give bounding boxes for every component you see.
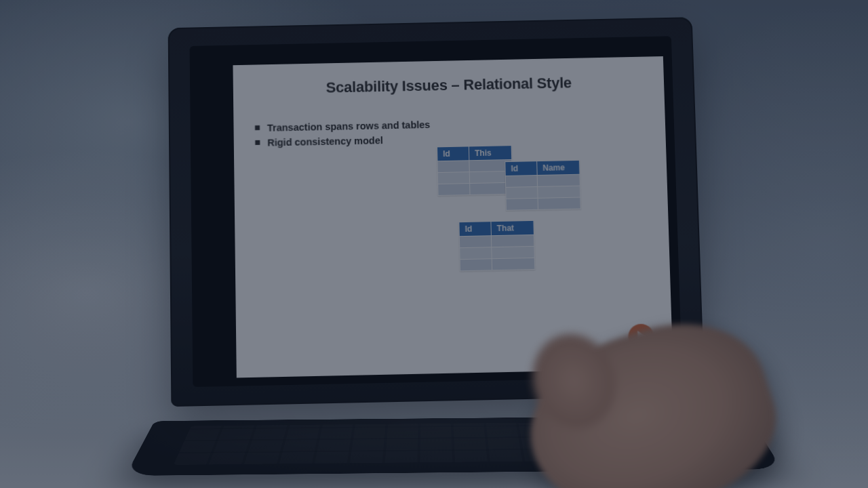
col-header: Id bbox=[505, 161, 537, 176]
table-row bbox=[438, 182, 513, 195]
db-table-name: Id Name bbox=[505, 160, 581, 211]
col-header: Id bbox=[437, 146, 469, 161]
laptop-screen: Scalability Issues – Relational Style Tr… bbox=[190, 36, 682, 387]
db-table-that: Id That bbox=[458, 220, 535, 271]
col-header: Id bbox=[459, 222, 491, 237]
table-row bbox=[460, 258, 535, 270]
col-header: This bbox=[469, 146, 511, 161]
presentation-slide: Scalability Issues – Relational Style Tr… bbox=[233, 56, 673, 378]
table-row bbox=[506, 197, 580, 210]
bullet-list: Transaction spans rows and tables Rigid … bbox=[255, 113, 666, 151]
db-table-this: Id This bbox=[437, 145, 513, 196]
col-header: That bbox=[491, 220, 534, 235]
col-header: Name bbox=[537, 160, 580, 175]
slide-title: Scalability Issues – Relational Style bbox=[233, 73, 665, 98]
photo-background: Scalability Issues – Relational Style Tr… bbox=[0, 0, 868, 488]
